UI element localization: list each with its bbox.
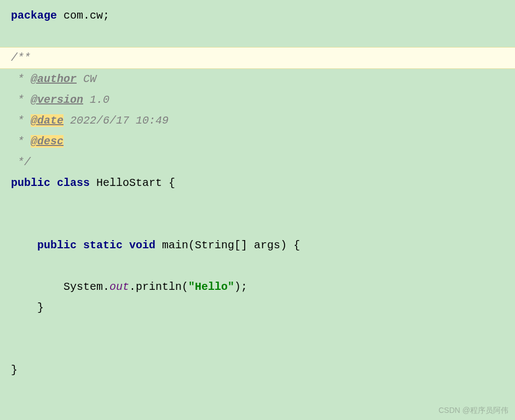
keyword-static: static xyxy=(77,239,123,252)
code-editor[interactable]: package com.cw; /** * @author CW * @vers… xyxy=(0,0,515,386)
close-brace: } xyxy=(37,301,44,314)
keyword-void: void xyxy=(123,239,155,252)
code-line-empty xyxy=(0,26,515,47)
javadoc-version-tag: @version xyxy=(31,94,83,106)
println-method: .println( xyxy=(129,281,188,293)
javadoc-star: * xyxy=(11,114,31,127)
javadoc-open: /** xyxy=(11,51,31,64)
javadoc-version-value: 1.0 xyxy=(83,94,109,106)
param-name: args xyxy=(247,239,280,252)
open-brace: { xyxy=(169,177,175,189)
javadoc-star: * xyxy=(11,94,31,106)
code-line-class-decl: public class HelloStart { xyxy=(0,173,515,194)
javadoc-desc-tag: @desc xyxy=(31,135,63,148)
javadoc-close: */ xyxy=(11,156,31,168)
keyword-public: public xyxy=(37,239,77,252)
code-line-empty xyxy=(0,256,515,277)
code-line-println: System.out.println("Hello"); xyxy=(0,277,515,298)
paren-open: ( xyxy=(188,239,195,252)
keyword-class: class xyxy=(50,177,90,189)
code-line-package: package com.cw; xyxy=(0,5,515,26)
param-type: String[] xyxy=(195,239,247,252)
package-name: com.cw; xyxy=(57,9,109,22)
javadoc-star: * xyxy=(11,135,31,148)
javadoc-author-tag: @author xyxy=(31,73,77,85)
code-line-version: * @version 1.0 xyxy=(0,90,515,110)
keyword-package: package xyxy=(11,9,57,22)
code-line-method-close: } xyxy=(0,298,515,318)
code-line-date: * @date 2022/6/17 10:49 xyxy=(0,110,515,131)
class-name: HelloStart xyxy=(90,177,169,189)
javadoc-author-value: CW xyxy=(77,73,96,85)
method-name: main xyxy=(155,239,188,252)
keyword-public: public xyxy=(11,177,50,189)
string-literal: "Hello" xyxy=(188,281,234,293)
system-class: System. xyxy=(63,281,109,293)
stmt-end: ); xyxy=(234,281,247,293)
javadoc-star: * xyxy=(11,73,31,85)
code-line-empty xyxy=(0,339,515,360)
open-brace: { xyxy=(293,239,300,252)
code-line-javadoc-open: /** xyxy=(0,47,515,69)
out-field: out xyxy=(109,281,129,293)
code-line-empty xyxy=(0,194,515,214)
javadoc-date-value: 2022/6/17 10:49 xyxy=(63,114,169,127)
watermark: CSDN @程序员阿伟 xyxy=(438,406,508,416)
code-line-desc: * @desc xyxy=(0,131,515,152)
code-line-class-close: } xyxy=(0,360,515,381)
code-line-method-decl: public static void main(String[] args) { xyxy=(0,235,515,256)
paren-close: ) xyxy=(280,239,293,252)
code-line-empty xyxy=(0,318,515,339)
close-brace: } xyxy=(11,364,18,376)
code-line-author: * @author CW xyxy=(0,69,515,90)
code-line-javadoc-close: */ xyxy=(0,152,515,173)
code-line-empty xyxy=(0,214,515,235)
javadoc-date-tag: @date xyxy=(31,114,63,127)
